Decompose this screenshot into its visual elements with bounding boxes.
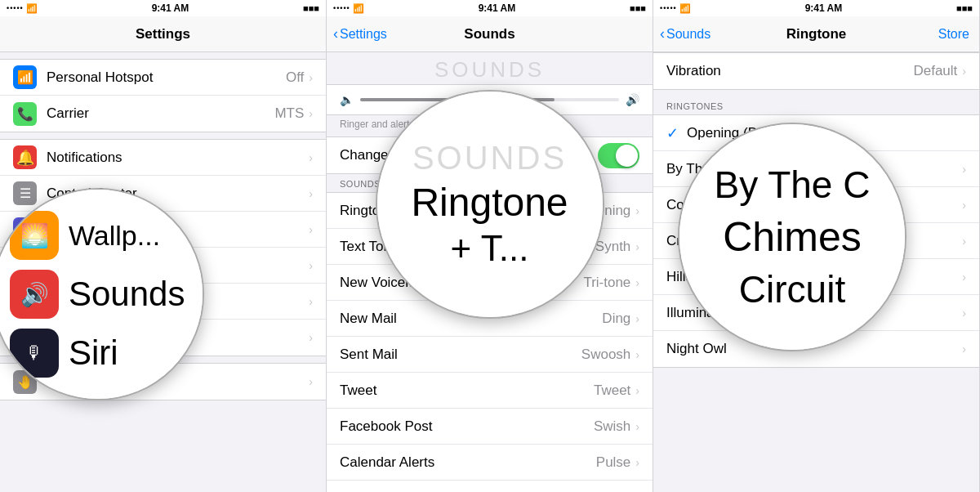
magnifier-content-2: SOUNDS Ringtone + T... bbox=[377, 92, 603, 317]
chevron-icon: › bbox=[962, 271, 966, 284]
chevron-icon: › bbox=[635, 276, 639, 289]
calendar-alerts-value: Pulse bbox=[596, 454, 631, 471]
carrier-icon: 📞 bbox=[13, 102, 37, 126]
notifications-icon: 🔔 bbox=[13, 145, 37, 169]
sounds-big-header-area: SOUNDS bbox=[327, 52, 653, 84]
table-row[interactable]: Sent Mail Swoosh › bbox=[327, 337, 653, 373]
ringtone-mag-text: Ringtone bbox=[411, 180, 568, 225]
carrier-label: Carrier bbox=[47, 105, 274, 122]
battery-icon-2: ■■■ bbox=[630, 3, 646, 13]
magnifier-circle-1: 🌅 Wallp... 🔊 Sounds 🎙 Siri bbox=[0, 188, 204, 400]
facebook-post-label: Facebook Post bbox=[340, 418, 594, 435]
wifi-icon-3: 📶 bbox=[679, 3, 691, 14]
sounds-mag-text: Sounds bbox=[69, 275, 185, 314]
back-button-3[interactable]: ‹ Sounds bbox=[660, 25, 710, 42]
sent-mail-value: Swoosh bbox=[581, 347, 630, 363]
wifi-icon-1: 📶 bbox=[26, 3, 38, 14]
chevron-icon: › bbox=[309, 223, 313, 236]
chevron-icon: › bbox=[309, 375, 313, 388]
back-label-2: Settings bbox=[340, 27, 387, 42]
chevron-icon: › bbox=[309, 107, 313, 120]
status-bar-3: ••••• 📶 9:41 AM ■■■ bbox=[653, 0, 979, 16]
chevron-icon: › bbox=[309, 295, 313, 308]
magnifier-content-3: By The C Chimes Circuit bbox=[679, 124, 905, 350]
chevron-icon: › bbox=[635, 456, 639, 469]
vibration-group: Vibration Default › bbox=[653, 52, 979, 90]
back-chevron-icon-3: ‹ bbox=[660, 25, 665, 42]
magnifier-content-1: 🌅 Wallp... 🔊 Sounds 🎙 Siri bbox=[0, 190, 203, 399]
change-with-toggle[interactable] bbox=[598, 143, 639, 168]
table-row[interactable]: 🔔 Notifications › bbox=[0, 140, 326, 176]
table-row[interactable]: 📶 Personal Hotspot Off › bbox=[0, 60, 326, 96]
plus-t-mag-text: + T... bbox=[451, 228, 529, 269]
battery-icon-3: ■■■ bbox=[956, 3, 973, 13]
status-time-1: 9:41 AM bbox=[152, 2, 189, 14]
chevron-icon: › bbox=[962, 235, 966, 248]
back-button-2[interactable]: ‹ Settings bbox=[333, 25, 387, 42]
magnifier-circle-3: By The C Chimes Circuit bbox=[678, 123, 906, 351]
chevron-icon: › bbox=[962, 199, 966, 212]
chevron-icon: › bbox=[635, 204, 639, 217]
sounds-watermark: SOUNDS bbox=[327, 56, 653, 84]
status-left-2: ••••• 📶 bbox=[333, 3, 364, 14]
personal-hotspot-value: Off bbox=[286, 69, 304, 86]
chevron-icon: › bbox=[635, 240, 639, 253]
table-row[interactable]: Tweet Tweet › bbox=[327, 373, 653, 409]
chevron-icon: › bbox=[962, 306, 966, 320]
status-left-3: ••••• 📶 bbox=[660, 3, 691, 14]
chimes-mag-text: Chimes bbox=[723, 213, 861, 261]
circuit-mag-text: Circuit bbox=[739, 267, 845, 311]
signal-dots-3: ••••• bbox=[660, 4, 677, 12]
volume-low-icon: 🔈 bbox=[340, 93, 354, 106]
sent-mail-label: Sent Mail bbox=[340, 347, 581, 363]
chevron-icon: › bbox=[309, 187, 313, 200]
sounds-mag-watermark: SOUNDS bbox=[412, 140, 567, 177]
table-row[interactable]: Reminder Alerts Chord › bbox=[327, 481, 653, 492]
back-label-3: Sounds bbox=[666, 27, 710, 42]
chevron-icon: › bbox=[309, 331, 313, 344]
store-button[interactable]: Store bbox=[938, 27, 969, 42]
status-right-3: ■■■ bbox=[956, 3, 973, 13]
ringtones-section-header: RINGTONES bbox=[653, 96, 979, 114]
personal-hotspot-label: Personal Hotspot bbox=[47, 69, 286, 86]
text-tone-value: Synth bbox=[595, 239, 630, 255]
signal-dots-1: ••••• bbox=[7, 4, 24, 12]
status-time-2: 9:41 AM bbox=[479, 2, 516, 14]
table-row[interactable]: 📞 Carrier MTS › bbox=[0, 96, 326, 132]
control-center-icon: ☰ bbox=[13, 181, 37, 205]
nav-bar-1: Settings bbox=[0, 16, 326, 52]
chevron-icon: › bbox=[635, 312, 639, 325]
vibration-value: Default bbox=[913, 63, 957, 79]
chevron-icon: › bbox=[635, 348, 639, 361]
status-right-1: ■■■ bbox=[303, 3, 319, 13]
back-chevron-icon: ‹ bbox=[333, 25, 338, 42]
vibration-row[interactable]: Vibration Default › bbox=[653, 53, 979, 89]
by-the-c-mag-text: By The C bbox=[715, 163, 871, 207]
chevron-icon: › bbox=[635, 384, 639, 397]
battery-icon-1: ■■■ bbox=[303, 3, 319, 13]
wifi-icon-2: 📶 bbox=[353, 3, 364, 14]
nav-title-3: Ringtone bbox=[786, 26, 847, 42]
nav-title-1: Settings bbox=[136, 26, 190, 42]
personal-hotspot-icon: 📶 bbox=[13, 65, 37, 89]
sounds-panel: ••••• 📶 9:41 AM ■■■ ‹ Settings Sounds SO… bbox=[327, 0, 653, 492]
new-voicemail-value: Tri-tone bbox=[583, 275, 630, 291]
siri-mag-text: Siri bbox=[69, 333, 118, 373]
carrier-value: MTS bbox=[274, 105, 304, 122]
table-row[interactable]: Facebook Post Swish › bbox=[327, 409, 653, 445]
chevron-icon: › bbox=[962, 342, 966, 356]
status-left-1: ••••• 📶 bbox=[7, 3, 38, 14]
notifications-label: Notifications bbox=[47, 150, 309, 166]
magnifier-circle-2: SOUNDS Ringtone + T... bbox=[376, 90, 604, 319]
settings-panel: ••••• 📶 9:41 AM ■■■ Settings 📶 Personal … bbox=[0, 0, 327, 492]
carrier-group: 📶 Personal Hotspot Off › 📞 Carrier MTS › bbox=[0, 59, 326, 132]
status-bar-2: ••••• 📶 9:41 AM ■■■ bbox=[327, 0, 653, 16]
status-time-3: 9:41 AM bbox=[805, 2, 843, 14]
vibration-label: Vibration bbox=[666, 63, 913, 79]
checkmark-icon: ✓ bbox=[666, 124, 679, 142]
calendar-alerts-label: Calendar Alerts bbox=[340, 454, 596, 471]
volume-high-icon: 🔊 bbox=[626, 93, 639, 106]
facebook-post-value: Swish bbox=[594, 418, 630, 435]
table-row[interactable]: Calendar Alerts Pulse › bbox=[327, 445, 653, 481]
sounds-mag-icon: 🔊 bbox=[10, 270, 59, 319]
